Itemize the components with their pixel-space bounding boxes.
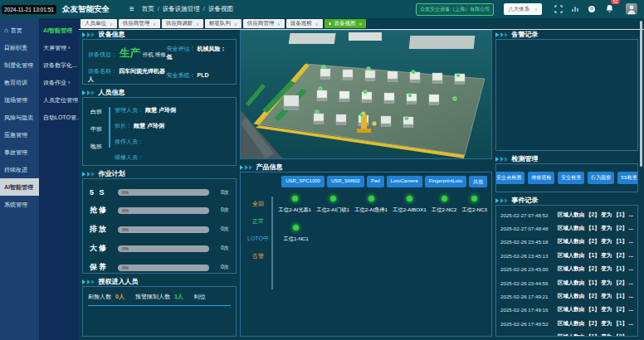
shift-day[interactable]: 白班 [86, 108, 106, 116]
tab-supplier-adjust[interactable]: 供应商调薪 [162, 19, 203, 28]
event-row[interactable]: 2025-02-27 07:48:52区域人数由 【2】 变为 【1】 ... [500, 208, 633, 221]
btn-behavior-observe[interactable]: 行为观察 [588, 172, 614, 184]
panel-arrows-icon [495, 157, 499, 162]
alarm-records-empty [495, 39, 638, 151]
progress-bar: 0% [118, 207, 209, 214]
notifications-bell[interactable]: 52 [605, 2, 614, 17]
menu-collapse-icon[interactable]: ≡ [129, 5, 134, 13]
btn-usr-spc1000[interactable]: USR_SPC1000 [281, 176, 324, 187]
datetime-display: 2024-11-21 13:01:51 [2, 5, 56, 14]
plan-row-repair: 抢修0%0次 [90, 205, 229, 216]
breadcrumb-equipment-mgmt[interactable]: 设备设施管理 [154, 5, 200, 13]
status-dot-icon [330, 196, 336, 202]
filter-normal[interactable]: 正常 [245, 217, 271, 226]
btn-others[interactable]: 其他 [469, 176, 487, 187]
vertical-scrollbar[interactable] [640, 21, 642, 167]
user-avatar[interactable] [626, 3, 637, 15]
btn-safety-inspect[interactable]: 安全检查 [558, 172, 584, 184]
filter-alarm[interactable]: 告警 [245, 252, 271, 260]
event-row[interactable]: 2025-02-27 07:48:48区域人数由 【1】 变为 【2】 ... [500, 221, 633, 235]
sidebar-item-goals[interactable]: 目标职责 [0, 39, 39, 56]
panel-title: 作业计划 [99, 169, 125, 178]
filter-all[interactable]: 全部 [245, 200, 271, 208]
tab-supplier-mgmt-1[interactable]: 供应商管理 [119, 19, 160, 28]
btn-fingerprint-loto[interactable]: FingerprintLoto [425, 176, 466, 187]
submenu-item-operations[interactable]: 设备作业 › [39, 74, 79, 91]
submenu-item-ai-mgmt[interactable]: AI智能管理 [39, 22, 79, 39]
factory-3d-view[interactable] [240, 30, 492, 159]
shift-night[interactable]: 晚班 [86, 143, 106, 151]
fullscreen-icon[interactable] [554, 5, 563, 14]
sidebar-item-improvement[interactable]: 持续改进 [0, 161, 39, 178]
tab-tag-queue[interactable]: 标签队列 [205, 19, 242, 28]
btn-5s-inspect[interactable]: 5S检查 [617, 172, 638, 184]
submenu-item-positioning[interactable]: 人员定位管理... [39, 91, 79, 109]
face-scan-count: 0人 [115, 293, 124, 301]
event-row[interactable]: 2025-02-26 17:48:52区域人数由 【2】 变为 【1】 ... [500, 317, 633, 330]
shift-middle[interactable]: 中班 [86, 125, 106, 134]
sidebar-item-emergency[interactable]: 应急管理 [0, 126, 39, 143]
system-select[interactable]: 八大体系 ∨ [504, 3, 542, 15]
warn-limit-label: 预警限制人数 [135, 293, 170, 301]
sidebar-item-institutional[interactable]: 制度化管理 [0, 56, 39, 74]
signal-icon[interactable] [570, 5, 579, 14]
sidebar-item-risk[interactable]: 风险与隐患 [0, 109, 39, 126]
progress-bar: 0% [118, 189, 209, 196]
device-name: 设备名称： 四车间观光焊机器人 [88, 67, 167, 84]
filter-loto[interactable]: LOTO中 [245, 235, 271, 243]
chevron-down-icon [234, 21, 237, 27]
sidebar-item-system[interactable]: 系统管理 [0, 196, 39, 213]
field-maintainers: 维修人员： [115, 153, 232, 162]
sidebar-item-training[interactable]: 教育培训 [0, 74, 39, 91]
breadcrumb-home[interactable]: 首页 [142, 5, 154, 13]
device-card[interactable]: 工位2-AIBOX1 [393, 196, 426, 214]
event-row[interactable]: 2025-02-26 17:49:16区域人数由 【1】 变为 【2】 ... [500, 304, 633, 317]
tab-personnel-unit[interactable]: 人员单位 [80, 19, 117, 28]
tab-equipment-inspect[interactable]: 设备巡检 [286, 19, 323, 28]
divider [109, 107, 110, 148]
event-row[interactable]: 2025-02-26 23:45:13区域人数由 【1】 变为 【2】 ... [500, 249, 633, 262]
device-card[interactable]: 工位2-AI急停1 [354, 196, 388, 214]
sidebar-item-accident[interactable]: 事故管理 [0, 143, 39, 161]
divider [88, 305, 231, 306]
device-card[interactable]: 工位2-AI门锁1 [316, 196, 349, 214]
btn-safety-point-check[interactable]: 安全点检测 [495, 172, 524, 184]
status-filters: 全部 正常 LOTO中 告警 [245, 193, 271, 289]
submenu-item-dashboard[interactable]: 大屏管理 › [39, 39, 79, 56]
panel-title: 告警记录 [512, 30, 539, 39]
device-card[interactable]: 工位2-NC2 [432, 196, 456, 214]
in-position-label[interactable]: 到位 [194, 293, 206, 301]
active-dot-icon [329, 22, 331, 25]
device-card[interactable]: 工位2-NC3 [462, 196, 487, 214]
top-bar: 2024-11-21 13:01:51 众友智能安全 ≡ 首页 设备设施管理 设… [0, 0, 644, 18]
device-card[interactable]: 工位2-AI光幕1 [279, 196, 312, 214]
event-row[interactable]: 2025-02-26 17:48:48区域人数由 【1】 变为 【2】 ... [500, 331, 633, 337]
event-row[interactable]: 2025-02-26 23:44:56区域人数由 【1】 变为 【2】 ... [500, 276, 633, 289]
btn-loto-camera[interactable]: LotoCamera [387, 176, 422, 187]
progress-bar: 0% [118, 245, 209, 252]
btn-pad[interactable]: Pad [367, 176, 384, 187]
system-select-value: 八大体系 [508, 6, 529, 13]
sidebar-item-home[interactable]: ⌂首页 [0, 22, 39, 39]
event-row[interactable]: 2025-02-26 23:45:18区域人数由 【2】 变为 【1】 ... [500, 236, 633, 249]
breadcrumb-equipment-view[interactable]: 设备视图 [200, 5, 233, 13]
sidebar-item-ai-mgmt[interactable]: AI智能管理 [0, 178, 39, 196]
divider [271, 197, 273, 289]
btn-usr-sm602[interactable]: USR_SM602 [327, 176, 364, 187]
chevron-down-icon [110, 21, 113, 27]
face-scan-label: 刷脸人数 [88, 293, 111, 301]
panel-title: 设备信息 [99, 30, 125, 39]
help-icon[interactable]: ? [587, 5, 596, 14]
device-row-1: 工位2-AI光幕1 工位2-AI门锁1 工位2-AI急停1 工位2-AIBOX1… [279, 196, 488, 214]
submenu-item-loto[interactable]: 自动LOTO管... [39, 109, 79, 126]
close-icon[interactable] [359, 21, 363, 27]
event-row[interactable]: 2025-02-26 23:45:00区域人数由 【2】 变为 【1】 ... [500, 263, 633, 276]
btn-maintenance-patrol[interactable]: 维修巡检 [528, 172, 554, 184]
tab-supplier-mgmt-2[interactable]: 供应商管理 [243, 19, 285, 28]
submenu-item-digitalization[interactable]: 设备数字化... [39, 56, 79, 74]
event-row[interactable]: 2025-02-26 17:49:21区域人数由 【2】 变为 【1】 ... [500, 289, 633, 303]
device-card[interactable]: 工位1-NC1 [284, 225, 309, 243]
tab-equipment-view[interactable]: 设备视图 [324, 19, 367, 28]
sidebar-item-site-mgmt[interactable]: 现场管理 [0, 91, 39, 109]
bell-icon [605, 4, 614, 13]
